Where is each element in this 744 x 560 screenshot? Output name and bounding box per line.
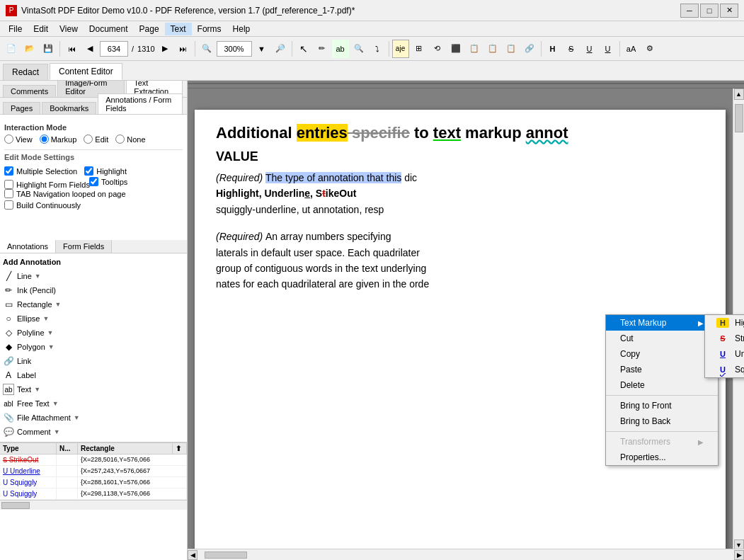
multiple-selection-checkbox[interactable] <box>4 166 13 176</box>
open-button[interactable]: 📂 <box>21 40 38 58</box>
table-row[interactable]: U Squiggly {X=298,1138,Y=576,066 <box>0 488 187 500</box>
table-row[interactable]: U Underline {X=257,243,Y=576,0667 <box>0 466 187 477</box>
tab-annotations[interactable]: Annotations <box>0 240 56 253</box>
tab-navigation-checkbox[interactable] <box>4 189 13 198</box>
tab-redact[interactable]: Redact <box>3 64 48 80</box>
last-page-button[interactable]: ⏭ <box>175 40 192 58</box>
polygon-dropdown[interactable]: ▼ <box>48 343 55 350</box>
annot-line[interactable]: ╱ Line ▼ <box>0 269 187 283</box>
ellipse-dropdown[interactable]: ▼ <box>42 315 49 322</box>
text-btn-a[interactable]: aje <box>392 40 409 58</box>
scroll-down-button[interactable]: ▼ <box>734 539 744 549</box>
tool-c[interactable]: ⟲ <box>429 40 446 58</box>
prev-page-button[interactable]: ◀ <box>81 40 98 58</box>
tool-b[interactable]: ⊞ <box>411 40 428 58</box>
mode-markup[interactable]: Markup <box>40 135 77 144</box>
tab-bookmarks[interactable]: Bookmarks <box>42 102 96 114</box>
menu-view[interactable]: View <box>54 23 84 35</box>
mode-edit[interactable]: Edit <box>84 135 108 144</box>
cm-transformers[interactable]: Transformers ▶ <box>606 434 718 450</box>
annot-ink[interactable]: ✏ Ink (Pencil) <box>0 283 187 297</box>
cm-delete[interactable]: Delete <box>606 377 718 393</box>
build-continuously-checkbox[interactable] <box>4 200 13 210</box>
tab-navigation-check[interactable]: TAB Navigation looped on page <box>4 189 183 198</box>
menu-edit[interactable]: Edit <box>28 23 54 35</box>
build-continuously-check[interactable]: Build Continuously <box>4 200 183 210</box>
menu-forms[interactable]: Forms <box>192 23 227 35</box>
annot-ellipse[interactable]: ○ Ellipse ▼ <box>0 312 187 326</box>
highlight-tool[interactable]: ab <box>332 40 349 58</box>
zoom-dropdown[interactable]: ▼ <box>253 40 270 58</box>
tool-g[interactable]: 📋 <box>503 40 520 58</box>
underline2-btn[interactable]: U <box>600 40 617 58</box>
zoom-in-button[interactable]: 🔎 <box>272 40 289 58</box>
mode-view[interactable]: View <box>4 135 33 144</box>
mode-none[interactable]: None <box>115 135 145 144</box>
menu-help[interactable]: Help <box>227 23 256 35</box>
bold-btn[interactable]: H <box>544 40 561 58</box>
text-dropdown[interactable]: ▼ <box>34 386 40 393</box>
horizontal-scrollbar-pdf[interactable]: ◀ ▶ <box>188 549 744 560</box>
underline-btn[interactable]: U <box>581 40 598 58</box>
sm-strikeout[interactable]: S Strikeout <box>705 331 744 346</box>
scroll-thumb-h[interactable] <box>1 502 30 509</box>
menu-file[interactable]: File <box>3 23 28 35</box>
cm-text-markup[interactable]: Text Markup ▶ <box>606 315 718 331</box>
annot-label[interactable]: A Label <box>0 368 187 382</box>
next-page-button[interactable]: ▶ <box>156 40 173 58</box>
annot-link[interactable]: 🔗 Link <box>0 354 187 368</box>
free-text-dropdown[interactable]: ▼ <box>52 400 59 407</box>
new-button[interactable]: 📄 <box>3 40 20 58</box>
font-tool[interactable]: aA <box>623 40 640 58</box>
table-row[interactable]: U Squiggly {X=288,1601,Y=576,066 <box>0 477 187 488</box>
tab-annotations-form-fields[interactable]: Annotations / Form Fields <box>98 93 183 114</box>
page-input[interactable]: 634 <box>100 41 128 57</box>
h-scroll-left[interactable]: ◀ <box>188 550 198 560</box>
tool-extra[interactable]: ⚙ <box>641 40 658 58</box>
file-attachment-dropdown[interactable]: ▼ <box>74 414 80 421</box>
mode-view-radio[interactable] <box>4 135 13 144</box>
strike-btn[interactable]: S <box>563 40 580 58</box>
mode-none-radio[interactable] <box>115 135 125 144</box>
scroll-thumb-v[interactable] <box>735 104 743 132</box>
close-button[interactable]: ✕ <box>720 4 738 18</box>
highlight-checkbox[interactable] <box>84 166 93 176</box>
tool-e[interactable]: 📋 <box>466 40 483 58</box>
annot-free-text[interactable]: abl Free Text ▼ <box>0 396 187 411</box>
tool-d[interactable]: ⬛ <box>447 40 464 58</box>
cm-properties[interactable]: Properties... <box>606 450 718 465</box>
annot-polygon[interactable]: ◆ Polygon ▼ <box>0 340 187 354</box>
line-dropdown[interactable]: ▼ <box>35 273 41 280</box>
first-page-button[interactable]: ⏮ <box>63 40 80 58</box>
menu-text[interactable]: Text <box>165 23 192 35</box>
tool-h[interactable]: 🔗 <box>521 40 538 58</box>
tooltips-check[interactable]: Tooltips <box>89 177 183 186</box>
cm-bring-back[interactable]: Bring to Back <box>606 413 718 429</box>
mode-markup-radio[interactable] <box>40 135 49 144</box>
annot-file-attachment[interactable]: 📎 File Attachment ▼ <box>0 411 187 425</box>
tab-pages[interactable]: Pages <box>3 102 40 114</box>
minimize-button[interactable]: ─ <box>680 4 699 18</box>
annot-polyline[interactable]: ◇ Polyline ▼ <box>0 326 187 340</box>
tool-f[interactable]: 📋 <box>484 40 501 58</box>
h-scroll-track[interactable] <box>198 552 734 559</box>
save-button[interactable]: 💾 <box>40 40 57 58</box>
mode-edit-radio[interactable] <box>84 135 93 144</box>
tab-form-fields[interactable]: Form Fields <box>56 240 112 253</box>
menu-page[interactable]: Page <box>134 23 165 35</box>
highlight-check[interactable]: Highlight <box>84 166 127 176</box>
multiple-selection-check[interactable]: Multiple Selection <box>4 166 77 176</box>
comment-dropdown[interactable]: ▼ <box>54 428 60 435</box>
h-scroll-thumb[interactable] <box>205 552 247 559</box>
sm-highlight[interactable]: H Highlight <box>705 315 744 331</box>
horizontal-scrollbar[interactable] <box>0 500 187 510</box>
annot-text[interactable]: ab Text ▼ <box>0 382 187 396</box>
annot-rectangle[interactable]: ▭ Rectangle ▼ <box>0 297 187 312</box>
tooltips-checkbox[interactable] <box>89 177 98 186</box>
table-row[interactable]: S̶ StrikeOut {X=228,5016,Y=576,066 <box>0 455 187 466</box>
polyline-dropdown[interactable]: ▼ <box>47 329 54 336</box>
scroll-up-button[interactable]: ▲ <box>734 88 744 100</box>
pencil-tool[interactable]: ✏ <box>314 40 331 58</box>
rectangle-dropdown[interactable]: ▼ <box>55 301 62 308</box>
annot-comment[interactable]: 💬 Comment ▼ <box>0 425 187 439</box>
